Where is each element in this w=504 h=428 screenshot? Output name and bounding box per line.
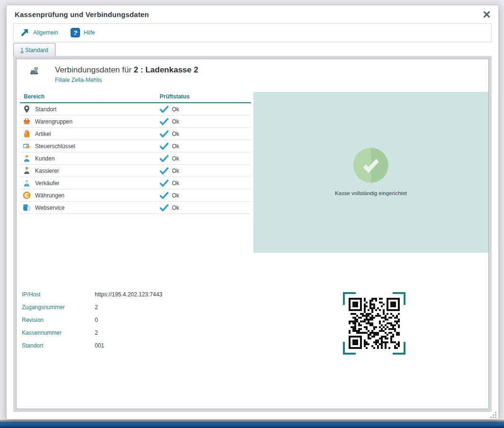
- field-value: 0: [95, 317, 98, 323]
- customer-icon: [23, 154, 31, 162]
- qr-code-image: [349, 298, 400, 349]
- column-header-bereich: Bereich: [20, 93, 160, 100]
- resize-grip[interactable]: [490, 411, 497, 419]
- status-cell: Ok: [160, 204, 179, 212]
- dialog-title: Kassenprüfung und Verbindungsdaten: [15, 10, 149, 18]
- cashier-icon: [23, 167, 31, 175]
- status-label: Ok: [172, 205, 179, 211]
- status-message: Kasse vollständig eingerichtet: [335, 190, 407, 196]
- column-header-pruefstatus: Prüftstatus: [160, 93, 189, 100]
- bereich-label: Verkäufer: [35, 180, 59, 187]
- basket-icon: [23, 117, 31, 125]
- field-value: 001: [95, 342, 104, 349]
- map-pin-icon: [23, 105, 31, 113]
- toolbar-button-allgemein[interactable]: Allgemein: [19, 28, 58, 38]
- bereich-label: Kassierer: [35, 168, 59, 174]
- bereich-label: Währungen: [35, 192, 64, 199]
- table-row: Standort Ok: [20, 103, 251, 116]
- status-cell: Ok: [160, 167, 179, 175]
- bereich-cell: Kassierer: [20, 167, 160, 175]
- field-label: Revision: [22, 317, 95, 323]
- register-header: Verbindungsdaten für 2 : Ladenkasse 2 Fi…: [23, 65, 198, 83]
- table-row: Verkäufer Ok: [20, 177, 251, 189]
- check-icon: [160, 204, 169, 212]
- table-row: Kunden Ok: [20, 152, 251, 165]
- seller-icon: [23, 179, 31, 187]
- bereich-cell: Warengruppen: [20, 117, 160, 125]
- page-title-strong: 2 : Ladenkasse 2: [134, 65, 198, 74]
- qr-code: [343, 292, 405, 355]
- dialog-footer: [7, 412, 498, 419]
- bereich-label: Webservice: [35, 205, 64, 211]
- status-label: Ok: [172, 192, 179, 199]
- close-button[interactable]: [481, 9, 492, 19]
- bereich-label: Kunden: [35, 155, 54, 162]
- status-label: Ok: [172, 180, 179, 187]
- table-header-row: Bereich Prüftstatus: [20, 90, 251, 103]
- table-row: Artikel Ok: [20, 128, 251, 140]
- webservice-icon: [23, 204, 31, 212]
- bag-icon: [23, 130, 31, 138]
- toolbar-button-hilfe[interactable]: ? Hilfe: [71, 28, 95, 37]
- check-icon: [160, 118, 169, 125]
- tab-page-background: Verbindungsdaten für 2 : Ladenkasse 2 Fi…: [13, 56, 492, 412]
- status-cell: Ok: [160, 192, 179, 199]
- field-label: IP/Host: [22, 291, 95, 298]
- cash-register-icon: [23, 67, 45, 75]
- tab-label: Standard: [24, 47, 48, 54]
- field-value: https://195.4.202.123:7443: [95, 291, 162, 298]
- bereich-cell: Währungen: [20, 191, 160, 199]
- status-panel: Kasse vollständig eingerichtet: [253, 92, 488, 253]
- field-value: 2: [95, 330, 98, 336]
- dialog-kassenpruefung: Kassenprüfung und Verbindungsdaten Allge…: [6, 5, 499, 419]
- status-cell: Ok: [160, 179, 179, 187]
- field-row: Kassennummer 2: [22, 326, 249, 339]
- status-label: Ok: [172, 155, 179, 162]
- background-bottom-edge: [0, 426, 504, 428]
- tab-strip: 1 Standard: [13, 42, 492, 56]
- table-row: Steuerschlüssel Ok: [20, 140, 251, 152]
- check-table: Bereich Prüftstatus Standort Ok Warengru…: [20, 90, 251, 214]
- toolbar: Allgemein ? Hilfe: [13, 23, 492, 42]
- bereich-label: Standort: [35, 106, 56, 113]
- toolbar-label-hilfe: Hilfe: [84, 29, 95, 36]
- success-circle: [353, 148, 388, 183]
- bereich-label: Steuerschlüssel: [35, 143, 75, 150]
- background-bottom-bar: [0, 422, 504, 426]
- table-row: Warengruppen Ok: [20, 116, 251, 128]
- check-icon: [160, 155, 169, 162]
- dialog-title-bar: Kassenprüfung und Verbindungsdaten: [7, 5, 498, 23]
- bereich-cell: Verkäufer: [20, 179, 160, 187]
- tab-page-content: Verbindungsdaten für 2 : Ladenkasse 2 Fi…: [16, 59, 489, 409]
- help-icon: ?: [71, 28, 80, 37]
- status-cell: Ok: [160, 155, 179, 162]
- check-icon: [160, 130, 169, 138]
- field-label: Zugangsnummer: [22, 304, 95, 311]
- branch-subtitle: Filiale Zella-Mehlis: [55, 77, 198, 83]
- bereich-cell: Artikel: [20, 130, 160, 138]
- page-title: Verbindungsdaten für 2 : Ladenkasse 2: [55, 65, 198, 75]
- field-row: IP/Host https://195.4.202.123:7443: [22, 288, 249, 301]
- svg-text:?: ?: [73, 29, 77, 36]
- bereich-label: Artikel: [35, 131, 51, 137]
- table-body: Standort Ok Warengruppen Ok Artikel Ok S…: [20, 103, 251, 214]
- status-cell: Ok: [160, 118, 179, 125]
- toolbar-label-allgemein: Allgemein: [33, 29, 58, 36]
- field-row: Standort 001: [22, 339, 249, 352]
- big-check-icon: [360, 154, 382, 176]
- field-label: Kassennummer: [22, 330, 95, 336]
- table-row: Webservice Ok: [20, 202, 251, 214]
- field-value: 2: [95, 304, 98, 311]
- check-icon: [160, 192, 169, 199]
- status-label: Ok: [172, 143, 179, 150]
- bereich-cell: Steuerschlüssel: [20, 142, 160, 150]
- field-row: Revision 0: [22, 313, 249, 326]
- tab-standard[interactable]: 1 Standard: [13, 43, 55, 56]
- check-icon: [160, 143, 169, 150]
- tab-number: 1: [20, 47, 24, 54]
- key-window-icon: [23, 142, 31, 150]
- status-label: Ok: [172, 118, 179, 125]
- bereich-cell: Standort: [20, 105, 160, 113]
- field-label: Standort: [22, 342, 95, 349]
- connection-fields: IP/Host https://195.4.202.123:7443 Zugan…: [22, 288, 249, 352]
